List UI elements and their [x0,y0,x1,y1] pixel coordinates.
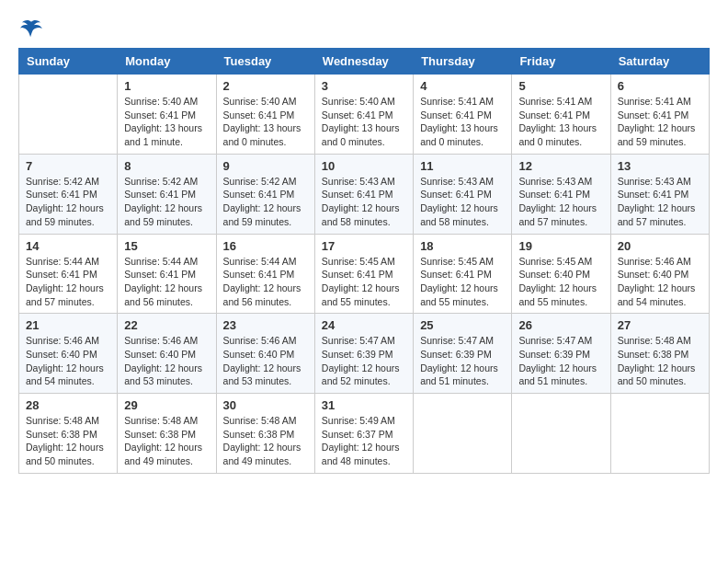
calendar-cell: 6Sunrise: 5:41 AMSunset: 6:41 PMDaylight… [610,75,709,155]
calendar-week-row: 1Sunrise: 5:40 AMSunset: 6:41 PMDaylight… [19,75,710,155]
calendar-cell: 20Sunrise: 5:46 AMSunset: 6:40 PMDayligh… [610,234,709,314]
day-info: Sunrise: 5:42 AMSunset: 6:41 PMDaylight:… [124,175,209,229]
calendar-cell: 1Sunrise: 5:40 AMSunset: 6:41 PMDaylight… [118,75,216,155]
day-info: Sunrise: 5:43 AMSunset: 6:41 PMDaylight:… [618,175,702,229]
day-number: 17 [322,239,406,253]
calendar-cell: 10Sunrise: 5:43 AMSunset: 6:41 PMDayligh… [314,154,413,234]
weekday-header-thursday: Thursday [414,49,512,75]
day-number: 29 [124,398,209,412]
weekday-header-saturday: Saturday [610,49,709,75]
day-info: Sunrise: 5:47 AMSunset: 6:39 PMDaylight:… [420,334,505,388]
day-number: 1 [124,79,209,93]
calendar-cell [19,75,118,155]
day-info: Sunrise: 5:40 AMSunset: 6:41 PMDaylight:… [322,95,406,149]
calendar-cell: 8Sunrise: 5:42 AMSunset: 6:41 PMDaylight… [118,154,216,234]
calendar-cell: 5Sunrise: 5:41 AMSunset: 6:41 PMDaylight… [512,75,610,155]
calendar-week-row: 7Sunrise: 5:42 AMSunset: 6:41 PMDaylight… [19,154,710,234]
day-number: 21 [26,318,110,332]
day-number: 24 [322,318,406,332]
calendar-cell: 16Sunrise: 5:44 AMSunset: 6:41 PMDayligh… [216,234,314,314]
logo [18,18,48,39]
day-number: 7 [26,159,110,173]
calendar-cell: 19Sunrise: 5:45 AMSunset: 6:40 PMDayligh… [512,234,610,314]
day-number: 9 [223,159,308,173]
day-info: Sunrise: 5:43 AMSunset: 6:41 PMDaylight:… [322,175,406,229]
weekday-header-tuesday: Tuesday [216,49,314,75]
day-info: Sunrise: 5:45 AMSunset: 6:41 PMDaylight:… [420,255,505,309]
calendar-table: SundayMondayTuesdayWednesdayThursdayFrid… [18,48,710,474]
day-info: Sunrise: 5:46 AMSunset: 6:40 PMDaylight:… [26,334,110,388]
day-info: Sunrise: 5:48 AMSunset: 6:38 PMDaylight:… [124,414,209,468]
calendar-cell: 2Sunrise: 5:40 AMSunset: 6:41 PMDaylight… [216,75,314,155]
calendar-cell: 23Sunrise: 5:46 AMSunset: 6:40 PMDayligh… [216,314,314,394]
calendar-cell: 25Sunrise: 5:47 AMSunset: 6:39 PMDayligh… [414,314,512,394]
calendar-cell: 17Sunrise: 5:45 AMSunset: 6:41 PMDayligh… [314,234,413,314]
day-number: 5 [518,79,603,93]
day-info: Sunrise: 5:42 AMSunset: 6:41 PMDaylight:… [223,175,308,229]
day-number: 13 [618,159,702,173]
day-number: 28 [26,398,110,412]
day-number: 3 [322,79,406,93]
day-number: 4 [420,79,505,93]
day-number: 19 [518,239,603,253]
calendar-cell: 11Sunrise: 5:43 AMSunset: 6:41 PMDayligh… [414,154,512,234]
day-number: 10 [322,159,406,173]
calendar-cell: 14Sunrise: 5:44 AMSunset: 6:41 PMDayligh… [19,234,118,314]
day-info: Sunrise: 5:48 AMSunset: 6:38 PMDaylight:… [618,334,702,388]
weekday-header-row: SundayMondayTuesdayWednesdayThursdayFrid… [19,49,710,75]
calendar-cell: 3Sunrise: 5:40 AMSunset: 6:41 PMDaylight… [314,75,413,155]
day-number: 2 [223,79,308,93]
day-number: 16 [223,239,308,253]
calendar-cell: 24Sunrise: 5:47 AMSunset: 6:39 PMDayligh… [314,314,413,394]
weekday-header-sunday: Sunday [19,49,118,75]
day-info: Sunrise: 5:47 AMSunset: 6:39 PMDaylight:… [322,334,406,388]
day-info: Sunrise: 5:44 AMSunset: 6:41 PMDaylight:… [223,255,308,309]
calendar-cell [414,394,512,474]
day-info: Sunrise: 5:46 AMSunset: 6:40 PMDaylight:… [124,334,209,388]
day-number: 25 [420,318,505,332]
weekday-header-monday: Monday [118,49,216,75]
day-number: 31 [322,398,406,412]
day-info: Sunrise: 5:46 AMSunset: 6:40 PMDaylight:… [223,334,308,388]
calendar-week-row: 14Sunrise: 5:44 AMSunset: 6:41 PMDayligh… [19,234,710,314]
day-info: Sunrise: 5:43 AMSunset: 6:41 PMDaylight:… [518,175,603,229]
day-info: Sunrise: 5:45 AMSunset: 6:40 PMDaylight:… [518,255,603,309]
logo-bird-icon [18,18,44,39]
day-number: 20 [618,239,702,253]
day-number: 8 [124,159,209,173]
page-header [18,18,710,39]
calendar-cell: 18Sunrise: 5:45 AMSunset: 6:41 PMDayligh… [414,234,512,314]
calendar-cell: 28Sunrise: 5:48 AMSunset: 6:38 PMDayligh… [19,394,118,474]
day-info: Sunrise: 5:47 AMSunset: 6:39 PMDaylight:… [518,334,603,388]
day-info: Sunrise: 5:41 AMSunset: 6:41 PMDaylight:… [618,95,702,149]
calendar-cell: 7Sunrise: 5:42 AMSunset: 6:41 PMDaylight… [19,154,118,234]
day-number: 26 [518,318,603,332]
day-number: 11 [420,159,505,173]
calendar-cell: 22Sunrise: 5:46 AMSunset: 6:40 PMDayligh… [118,314,216,394]
day-info: Sunrise: 5:44 AMSunset: 6:41 PMDaylight:… [26,255,110,309]
day-info: Sunrise: 5:40 AMSunset: 6:41 PMDaylight:… [124,95,209,149]
day-info: Sunrise: 5:46 AMSunset: 6:40 PMDaylight:… [618,255,702,309]
weekday-header-wednesday: Wednesday [314,49,413,75]
calendar-cell: 26Sunrise: 5:47 AMSunset: 6:39 PMDayligh… [512,314,610,394]
day-info: Sunrise: 5:48 AMSunset: 6:38 PMDaylight:… [26,414,110,468]
day-info: Sunrise: 5:42 AMSunset: 6:41 PMDaylight:… [26,175,110,229]
calendar-week-row: 21Sunrise: 5:46 AMSunset: 6:40 PMDayligh… [19,314,710,394]
calendar-week-row: 28Sunrise: 5:48 AMSunset: 6:38 PMDayligh… [19,394,710,474]
calendar-cell: 29Sunrise: 5:48 AMSunset: 6:38 PMDayligh… [118,394,216,474]
calendar-cell: 13Sunrise: 5:43 AMSunset: 6:41 PMDayligh… [610,154,709,234]
day-number: 30 [223,398,308,412]
day-number: 22 [124,318,209,332]
day-number: 23 [223,318,308,332]
day-number: 15 [124,239,209,253]
day-number: 27 [618,318,702,332]
day-info: Sunrise: 5:44 AMSunset: 6:41 PMDaylight:… [124,255,209,309]
day-info: Sunrise: 5:41 AMSunset: 6:41 PMDaylight:… [420,95,505,149]
weekday-header-friday: Friday [512,49,610,75]
day-number: 6 [618,79,702,93]
calendar-cell [512,394,610,474]
day-number: 18 [420,239,505,253]
calendar-cell: 27Sunrise: 5:48 AMSunset: 6:38 PMDayligh… [610,314,709,394]
calendar-cell: 4Sunrise: 5:41 AMSunset: 6:41 PMDaylight… [414,75,512,155]
day-number: 14 [26,239,110,253]
